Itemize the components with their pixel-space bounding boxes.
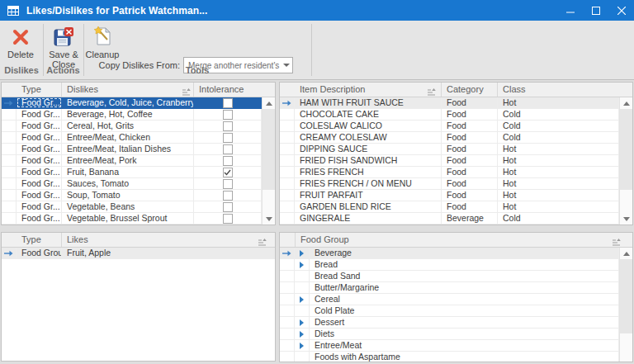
food-group-table-row[interactable]: Diets [280, 329, 632, 340]
expand-arrow-icon[interactable] [295, 259, 310, 270]
scroll-thumb[interactable] [620, 109, 632, 190]
expand-arrow-icon[interactable] [295, 329, 310, 339]
cell-type[interactable]: Food Gr... [17, 167, 62, 177]
delete-button[interactable]: Delete [2, 25, 40, 59]
cell-class[interactable]: Hot [498, 190, 619, 201]
intolerance-checkbox[interactable] [223, 191, 233, 201]
cell-type[interactable]: Food Gr... [17, 201, 62, 212]
intolerance-checkbox[interactable] [223, 110, 233, 120]
cell-class[interactable]: Hot [498, 155, 619, 166]
intolerance-checkbox[interactable] [223, 121, 233, 131]
column-header-dislikes[interactable]: Dislikes [62, 83, 194, 97]
cell-dislikes[interactable]: Sauces, Tomato [62, 178, 194, 189]
items-table-row[interactable]: GINGERALEBeverageCold [280, 213, 632, 225]
cell-item-description[interactable]: DIPPING SAUCE [295, 144, 442, 154]
cell-category[interactable]: Food [442, 167, 498, 177]
cell-class[interactable]: Hot [498, 201, 619, 212]
dislikes-table-row[interactable]: Food Gr...Beverage, Hot, Coffee [2, 109, 275, 121]
cell-class[interactable]: Hot [498, 144, 619, 154]
cell-category[interactable]: Food [442, 190, 498, 201]
maximize-button[interactable] [583, 0, 608, 21]
items-scrollbar[interactable] [619, 97, 632, 225]
cell-type[interactable]: Food Gr... [17, 155, 62, 166]
items-table-row[interactable]: COLESLAW CALICOFoodCold [280, 121, 632, 132]
dislikes-table-row[interactable]: Food Gr...Sauces, Tomato [2, 178, 275, 190]
cleanup-button[interactable]: Cleanup [83, 25, 121, 59]
cell-food-group[interactable]: Bread Sand [310, 271, 619, 281]
cell-food-group[interactable]: Entree/Meat [310, 340, 619, 351]
cell-item-description[interactable]: FRIES FRENCH [295, 167, 442, 177]
cell-class[interactable]: Cold [498, 213, 619, 224]
expand-arrow-icon[interactable] [295, 294, 310, 305]
items-table-row[interactable]: FRIES FRENCHFoodHot [280, 167, 632, 178]
intolerance-checkbox[interactable] [223, 202, 233, 212]
cell-food-group[interactable]: Dessert [310, 317, 619, 328]
cell-type[interactable]: Food Gr... [17, 132, 62, 143]
cell-likes[interactable]: Fruit, Apple [62, 248, 275, 258]
cell-item-description[interactable]: HAM WITH FRUIT SAUCE [295, 97, 442, 108]
intolerance-checkbox[interactable] [223, 179, 233, 189]
cell-type[interactable]: Food Gr... [17, 121, 62, 131]
cell-dislikes[interactable]: Vegetable, Beans [62, 201, 194, 212]
cell-category[interactable]: Food [442, 132, 498, 143]
food-group-table-row[interactable]: Cereal [280, 294, 632, 305]
cell-dislikes[interactable]: Fruit, Banana [62, 167, 194, 177]
cell-category[interactable]: Food [442, 178, 498, 189]
cell-dislikes[interactable]: Beverage, Cold, Juice, Cranberry [62, 97, 194, 108]
expand-arrow-icon[interactable] [295, 317, 310, 328]
expand-arrow-icon[interactable] [295, 340, 310, 351]
dislikes-table-row[interactable]: Food Gr...Entree/Meat, Pork [2, 155, 275, 167]
intolerance-checkbox[interactable] [223, 133, 233, 143]
cell-class[interactable]: Hot [498, 178, 619, 189]
cell-type[interactable]: Food Gr... [17, 109, 62, 120]
cell-category[interactable]: Food [442, 109, 498, 120]
expand-arrow-icon[interactable] [295, 248, 310, 258]
cell-food-group[interactable]: Cereal [310, 294, 619, 305]
items-table-row[interactable]: DIPPING SAUCEFoodHot [280, 144, 632, 155]
dislikes-table-row[interactable]: Food Gr...Cereal, Hot, Grits [2, 121, 275, 132]
cell-class[interactable]: Hot [498, 97, 619, 108]
cell-dislikes[interactable]: Soup, Tomato [62, 190, 194, 201]
items-table-row[interactable]: FRUIT PARFAITFoodHot [280, 190, 632, 201]
scroll-down-icon[interactable] [620, 213, 632, 225]
cell-type[interactable]: Food Group [17, 248, 62, 258]
cell-type[interactable]: Food Gr... [17, 97, 62, 108]
cell-dislikes[interactable]: Cereal, Hot, Grits [62, 121, 194, 131]
intolerance-checkbox[interactable] [223, 156, 233, 166]
cell-category[interactable]: Food [442, 155, 498, 166]
column-header-category[interactable]: Category [442, 83, 498, 97]
cell-item-description[interactable]: GINGERALE [295, 213, 442, 224]
food-group-table-row[interactable]: Dessert [280, 317, 632, 329]
close-button[interactable] [608, 0, 634, 21]
items-table-row[interactable]: GARDEN BLEND RICEFoodHot [280, 201, 632, 213]
food-group-table-row[interactable]: Foods with Aspartame [280, 352, 632, 362]
food-group-table-row[interactable]: Bread Sand [280, 271, 632, 282]
cell-item-description[interactable]: FRIES FRENCH / ON MENU [295, 178, 442, 189]
cell-dislikes[interactable]: Entree/Meat, Italian Dishes [62, 144, 194, 154]
column-header-item-description[interactable]: Item Description [295, 83, 442, 97]
cell-class[interactable]: Cold [498, 109, 619, 120]
column-header-food-group[interactable]: Food Group [295, 233, 632, 247]
food-group-table-row[interactable]: Butter/Margarine [280, 282, 632, 294]
column-header-class[interactable]: Class [498, 83, 632, 97]
cell-dislikes[interactable]: Entree/Meat, Pork [62, 155, 194, 166]
intolerance-checkbox[interactable] [223, 168, 233, 177]
scroll-down-icon[interactable] [263, 213, 275, 225]
cell-food-group[interactable]: Butter/Margarine [310, 282, 619, 293]
cell-dislikes[interactable]: Entree/Meat, Chicken [62, 132, 194, 143]
dislikes-table-row[interactable]: Food Gr...Entree/Meat, Chicken [2, 132, 275, 144]
food-group-table-row[interactable]: Beverage [280, 248, 632, 259]
scroll-up-icon[interactable] [263, 97, 275, 109]
dislikes-table-row[interactable]: Food Gr...Soup, Tomato [2, 190, 275, 201]
cell-item-description[interactable]: CHOCOLATE CAKE [295, 109, 442, 120]
cell-dislikes[interactable]: Vegetable, Brussel Sprout [62, 213, 194, 224]
intolerance-checkbox[interactable] [223, 98, 233, 108]
scroll-thumb[interactable] [263, 109, 275, 190]
cell-category[interactable]: Food [442, 201, 498, 212]
dislikes-table-row[interactable]: Food Gr...Vegetable, Brussel Sprout [2, 213, 275, 225]
scroll-up-icon[interactable] [620, 248, 632, 259]
cell-class[interactable]: Cold [498, 132, 619, 143]
dislikes-table-row[interactable]: Food Gr...Entree/Meat, Italian Dishes [2, 144, 275, 155]
intolerance-checkbox[interactable] [223, 214, 233, 224]
items-table-row[interactable]: FRIED FISH SANDWICHFoodHot [280, 155, 632, 167]
